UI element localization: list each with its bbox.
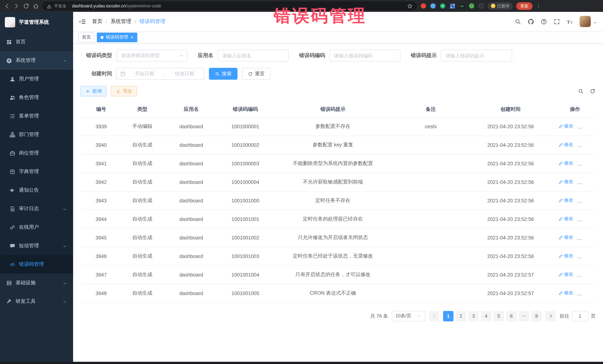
sidebar-item-14[interactable]: 研发工具: [0, 292, 73, 311]
browser-forward-icon[interactable]: [13, 3, 20, 9]
table-row: 3943自动生成dashboard1001001000定时任务不存在2021-0…: [81, 191, 596, 210]
sidebar-item-10[interactable]: 在线用户: [0, 218, 73, 236]
chevron-down-icon: [63, 281, 67, 285]
sidebar-item-6[interactable]: 岗位管理: [0, 144, 73, 162]
sidebar-item-12[interactable]: 错误码管理: [0, 255, 73, 274]
sidebar-item-label: 在线用户: [19, 224, 39, 231]
user-menu[interactable]: [580, 16, 597, 27]
pinwheel-icon[interactable]: [478, 3, 484, 9]
grid-blue-icon[interactable]: [449, 3, 455, 9]
app-logo-image: [5, 17, 15, 27]
edit-link[interactable]: 修改: [558, 290, 573, 296]
add-button[interactable]: 新增: [81, 86, 106, 96]
edit-link[interactable]: 修改: [558, 272, 573, 278]
error-code-label: 错误码编码: [299, 52, 329, 59]
edit-link[interactable]: 修改: [558, 179, 573, 185]
sidebar-item-4[interactable]: 菜单管理: [0, 107, 73, 125]
page-button-2[interactable]: 2: [456, 311, 466, 321]
cell-id: 3944: [81, 210, 122, 228]
proxy-on-icon[interactable]: on: [459, 3, 465, 9]
breadcrumb-item-2[interactable]: 错误码管理: [139, 18, 165, 25]
cell-remark: [395, 247, 467, 265]
sidebar-logo[interactable]: 芋道管理系统: [0, 12, 73, 33]
cell-ops: 修改删除: [554, 265, 596, 284]
search-button[interactable]: 搜索: [209, 68, 237, 80]
cell-remark: [395, 210, 467, 228]
cell-app: dashboard: [163, 284, 220, 302]
fullscreen-icon[interactable]: [554, 18, 560, 25]
edit-link[interactable]: 修改: [558, 142, 573, 148]
edit-icon: [558, 254, 563, 258]
edit-link[interactable]: 修改: [558, 253, 573, 259]
url-host: dashboard.yudao.iocoder.cn: [72, 4, 126, 8]
cell-id: 3947: [81, 265, 122, 284]
error-msg-input[interactable]: [441, 50, 512, 62]
page-button-3[interactable]: 3: [468, 311, 479, 321]
cell-time: 2021-04-20 23:52:56: [467, 117, 554, 136]
page-button-1[interactable]: 1: [443, 311, 453, 321]
edit-link[interactable]: 修改: [558, 234, 573, 241]
adblock-red-icon[interactable]: [420, 3, 426, 9]
edit-link[interactable]: 修改: [558, 216, 573, 222]
prev-page-button[interactable]: [429, 311, 439, 321]
refresh-table-icon[interactable]: [590, 88, 596, 94]
edit-link[interactable]: 修改: [558, 123, 573, 130]
sidebar-item-13[interactable]: 基础设施: [0, 274, 73, 292]
sidebar-item-2[interactable]: 用户管理: [0, 70, 73, 88]
tab-1[interactable]: 错误码管理×: [97, 33, 137, 42]
toggle-search-icon[interactable]: [578, 88, 584, 94]
page-button-5[interactable]: 5: [494, 311, 504, 321]
sidebar-item-5[interactable]: 部门管理: [0, 125, 73, 144]
address-bar[interactable]: 不安全 dashboard.yudao.iocoder.cn/system/er…: [42, 1, 417, 10]
more-pages-button[interactable]: [519, 311, 529, 321]
cell-time: 2021-04-20 23:52:56: [467, 173, 554, 191]
font-size-icon[interactable]: TT: [567, 18, 573, 25]
cell-msg: 不允许获取敏感配置到前端: [271, 173, 395, 191]
tab-close-icon[interactable]: ×: [131, 35, 133, 40]
sidebar-item-3[interactable]: 角色管理: [0, 88, 73, 107]
browser-reload-icon[interactable]: [23, 3, 29, 9]
reset-button[interactable]: 重置: [242, 68, 270, 80]
page-button-4[interactable]: 4: [481, 311, 491, 321]
page-size-select[interactable]: 10条/页: [392, 311, 425, 321]
browser-back-icon[interactable]: [4, 3, 10, 9]
cell-type: 自动生成: [122, 265, 163, 284]
page-button-8[interactable]: 8: [531, 311, 542, 321]
goto-page-input[interactable]: [572, 311, 588, 321]
edit-link[interactable]: 修改: [558, 197, 573, 204]
paused-profile-chip[interactable]: 已暂停: [487, 2, 513, 10]
picker-blue-icon[interactable]: [430, 3, 436, 9]
export-button[interactable]: 导出: [111, 86, 137, 96]
sidebar-item-9[interactable]: 审计日志: [0, 199, 73, 218]
browser-menu-icon[interactable]: [536, 3, 541, 9]
calendar-icon: [120, 71, 126, 76]
leaf-green-icon[interactable]: [469, 3, 475, 9]
search-button-label: 搜索: [222, 70, 232, 77]
cell-code: 1001001002: [220, 228, 271, 247]
sidebar-item-11[interactable]: 短信管理: [0, 236, 73, 255]
bookmark-star-icon[interactable]: [407, 3, 413, 9]
cell-id: 3941: [81, 154, 122, 173]
sidebar-item-8[interactable]: 通知公告: [0, 181, 73, 199]
browser-update-button[interactable]: 更新: [516, 2, 533, 10]
search-icon[interactable]: [515, 18, 521, 25]
breadcrumb-item-1[interactable]: 系统管理: [111, 18, 131, 25]
app-name-input[interactable]: [218, 50, 289, 62]
sidebar-item-1[interactable]: 系统管理: [0, 51, 73, 70]
sidebar-fold-icon[interactable]: [79, 18, 86, 25]
help-icon[interactable]: [541, 18, 547, 25]
github-icon[interactable]: [528, 18, 534, 25]
sidebar-item-0[interactable]: 首页: [0, 33, 73, 51]
edit-link[interactable]: 修改: [558, 160, 573, 167]
date-range-picker[interactable]: 开始日期 - 结束日期: [116, 68, 204, 80]
breadcrumb-item-0[interactable]: 首页: [92, 18, 103, 25]
error-code-input[interactable]: [329, 50, 400, 62]
error-type-label: 错误码类型: [81, 52, 116, 59]
next-page-button[interactable]: [545, 311, 556, 321]
sidebar-item-7[interactable]: 字典管理: [0, 162, 73, 181]
v-green-icon[interactable]: v: [440, 3, 446, 9]
tab-0[interactable]: 首页: [78, 33, 95, 42]
error-type-select[interactable]: 请选择错误码类型: [116, 50, 187, 62]
page-button-6[interactable]: 6: [506, 311, 517, 321]
browser-home-icon[interactable]: [33, 3, 39, 9]
